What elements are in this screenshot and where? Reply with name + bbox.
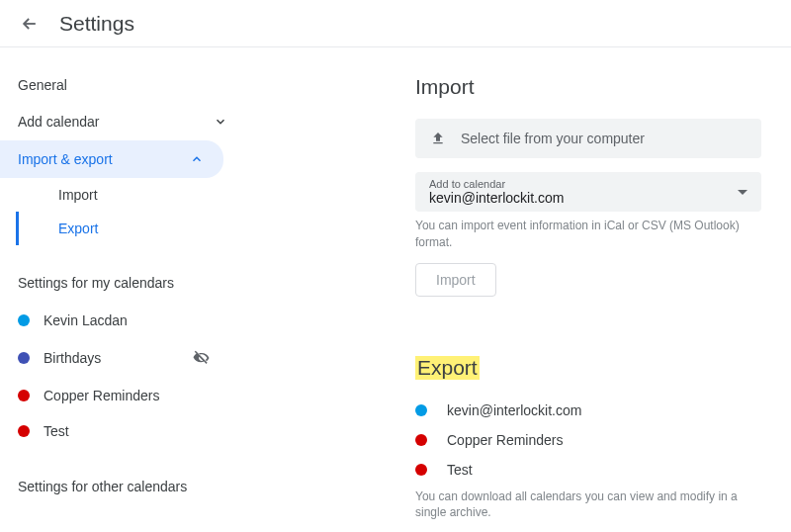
calendar-label: kevin@interlockit.com [447,402,581,418]
calendar-label: Test [447,462,473,478]
export-calendar-item: kevin@interlockit.com [415,396,761,425]
calendar-label: Test [44,423,69,439]
sidebar-item-general[interactable]: General [0,67,247,103]
import-button[interactable]: Import [415,263,496,297]
back-arrow-icon[interactable] [18,12,42,36]
add-to-calendar-select[interactable]: Add to calendar kevin@interlockit.com [415,172,761,212]
sidebar-item-import-export[interactable]: Import & export [0,140,223,178]
page-title: Settings [59,12,134,36]
select-label: Add to calendar [429,178,738,190]
sidebar-section-my-calendars: Settings for my calendars [0,275,247,291]
sidebar-item-label: General [18,77,67,93]
settings-sidebar: General Add calendar Import & export Imp… [0,47,247,532]
sidebar-sub-import[interactable]: Import [16,178,247,212]
import-helper-text: You can import event information in iCal… [415,218,761,251]
export-calendar-item: Copper Reminders [415,425,761,455]
sidebar-calendar-item[interactable]: Kevin Lacdan [0,303,247,338]
calendar-color-dot [415,464,427,476]
calendar-color-dot [18,314,30,326]
calendar-color-dot [18,390,30,401]
export-calendar-item: Test [415,455,761,485]
sidebar-calendar-item[interactable]: Test [0,413,247,449]
sidebar-section-other-calendars: Settings for other calendars [0,479,247,494]
calendar-label: Copper Reminders [44,388,160,403]
sidebar-item-add-calendar[interactable]: Add calendar [0,103,247,140]
import-section-title: Import [415,75,761,99]
sidebar-item-label: Add calendar [18,114,100,130]
export-calendar-list: kevin@interlockit.com Copper Reminders T… [415,396,761,485]
settings-header: Settings [0,0,791,47]
calendar-color-dot [18,352,30,364]
visibility-off-icon [192,348,212,368]
sidebar-calendar-item[interactable]: Copper Reminders [0,378,247,413]
select-file-button[interactable]: Select file from your computer [415,119,761,158]
calendar-color-dot [415,434,427,446]
chevron-down-icon [212,113,229,131]
sidebar-calendar-item[interactable]: Birthdays [0,338,247,378]
upload-icon [429,130,447,147]
select-file-label: Select file from your computer [461,131,645,146]
calendar-label: Kevin Lacdan [44,312,128,328]
calendar-label: Copper Reminders [447,432,564,448]
export-helper-text: You can download all calendars you can v… [415,488,761,522]
dropdown-arrow-icon [738,190,747,195]
sidebar-sub-export[interactable]: Export [16,212,247,245]
export-section-title: Export [415,356,761,380]
calendar-color-dot [415,404,427,416]
chevron-up-icon [188,150,206,168]
calendar-color-dot [18,425,30,437]
main-content: Import Select file from your computer Ad… [247,47,791,532]
select-value: kevin@interlockit.com [429,190,738,206]
sidebar-item-label: Import & export [18,151,113,167]
calendar-label: Birthdays [44,350,101,366]
